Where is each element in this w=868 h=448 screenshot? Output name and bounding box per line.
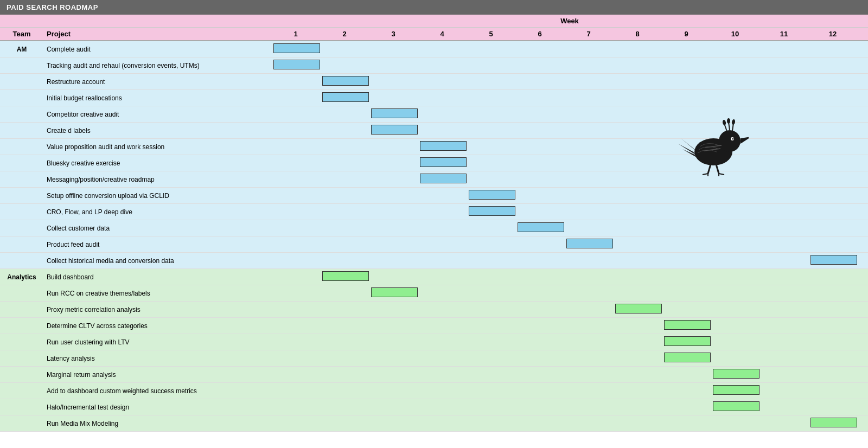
analytics-team-label: Analytics — [0, 271, 43, 283]
week-7-header: 7 — [564, 28, 613, 40]
gantt-bar — [371, 287, 418, 297]
gantt-bar — [420, 174, 467, 183]
gantt-bar — [273, 43, 320, 53]
table-row: Halo/Incremental test design — [0, 399, 868, 415]
project-name: Competitor creative audit — [43, 108, 271, 120]
project-name: Run Media Mix Modeling — [43, 418, 271, 430]
gantt-bar — [713, 401, 760, 411]
week-12-header: 12 — [808, 28, 857, 40]
week-label: Week — [271, 15, 868, 27]
table-row: CRO, Flow, and LP deep dive — [0, 204, 868, 220]
table-row: Restructure account — [0, 74, 868, 90]
gantt-bar — [713, 385, 760, 395]
table-row: Run Media Mix Modeling — [0, 415, 868, 432]
gantt-container: PAID SEARCH ROADMAP Week Team Project 1 … — [0, 0, 868, 432]
project-name: CRO, Flow, and LP deep dive — [43, 206, 271, 218]
project-name: Build dashboard — [43, 271, 271, 283]
gantt-bar — [664, 336, 711, 346]
table-row: Value proposition audit and work session — [0, 139, 868, 155]
project-name: Initial budget reallocations — [43, 92, 271, 104]
week-5-header: 5 — [467, 28, 515, 40]
gantt-bar — [322, 271, 369, 281]
project-name: Messaging/position/creative roadmap — [43, 174, 271, 185]
week-6-header: 6 — [515, 28, 564, 40]
project-name: Bluesky creative exercise — [43, 157, 271, 169]
analytics-section: Analytics Build dashboard Run RCC on cre… — [0, 269, 868, 432]
table-row: Marginal return analysis — [0, 367, 868, 383]
project-name: Halo/Incremental test design — [43, 401, 271, 413]
table-row: Competitor creative audit — [0, 106, 868, 123]
am-section: AM Complete audit Tracking audit and reh… — [0, 41, 868, 269]
project-name: Determine CLTV across categories — [43, 320, 271, 332]
week-9-header: 9 — [662, 28, 711, 40]
week-1-header: 1 — [271, 28, 320, 40]
table-row: Determine CLTV across categories — [0, 318, 868, 334]
table-row: Product feed audit — [0, 236, 868, 253]
project-name: Run RCC on creative themes/labels — [43, 287, 271, 299]
week-cell-1 — [271, 41, 320, 57]
table-row: Setup offline conversion upload via GCLI… — [0, 188, 868, 204]
table-row: Tracking audit and rehaul (conversion ev… — [0, 57, 868, 74]
table-row: Bluesky creative exercise — [0, 155, 868, 171]
table-row: AM Complete audit — [0, 41, 868, 57]
project-name: Product feed audit — [43, 239, 271, 251]
am-team-label: AM — [0, 43, 43, 55]
project-name: Value proposition audit and work session — [43, 141, 271, 153]
project-name: Latency analysis — [43, 353, 271, 364]
week-label-row: Week — [0, 15, 868, 28]
table-row: Create d labels — [0, 123, 868, 139]
table-row: Latency analysis — [0, 350, 868, 367]
gantt-bar — [664, 353, 711, 362]
table-row: Run user clustering with LTV — [0, 334, 868, 350]
gantt-bar — [322, 76, 369, 86]
table-row: Collect historical media and conversion … — [0, 253, 868, 269]
table-row: Add to dashboard custom weighted success… — [0, 383, 868, 399]
gantt-bar — [615, 304, 662, 313]
gantt-bar — [322, 92, 369, 102]
gantt-bar — [371, 108, 418, 118]
gantt-bar — [518, 222, 564, 232]
project-name: Collect customer data — [43, 222, 271, 234]
week-8-header: 8 — [613, 28, 662, 40]
project-name: Proxy metric correlation analysis — [43, 304, 271, 316]
table-row: Messaging/position/creative roadmap — [0, 171, 868, 188]
week-3-header: 3 — [369, 28, 418, 40]
project-name: Complete audit — [43, 43, 271, 55]
gantt-bar — [420, 141, 467, 151]
project-name: Setup offline conversion upload via GCLI… — [43, 190, 271, 202]
am-team-spacer — [0, 63, 43, 68]
week-10-header: 10 — [711, 28, 760, 40]
gantt-bar — [371, 125, 418, 135]
week-2-header: 2 — [320, 28, 369, 40]
table-row: Initial budget reallocations — [0, 90, 868, 106]
project-name: Create d labels — [43, 125, 271, 137]
table-row: Proxy metric correlation analysis — [0, 302, 868, 318]
table-row: Collect customer data — [0, 220, 868, 236]
project-name: Marginal return analysis — [43, 369, 271, 381]
project-name: Add to dashboard custom weighted success… — [43, 385, 271, 397]
week-4-header: 4 — [418, 28, 467, 40]
week-spacer-team — [0, 19, 43, 23]
project-header: Project — [43, 28, 271, 40]
gantt-bar — [810, 255, 857, 265]
week-11-header: 11 — [760, 28, 808, 40]
gantt-bar — [469, 206, 515, 216]
table-row: Analytics Build dashboard — [0, 269, 868, 285]
table-row: Run RCC on creative themes/labels — [0, 285, 868, 302]
project-name: Collect historical media and conversion … — [43, 255, 271, 267]
gantt-bar — [664, 320, 711, 330]
project-name: Restructure account — [43, 76, 271, 88]
week-spacer-project — [43, 19, 271, 23]
project-name: Run user clustering with LTV — [43, 336, 271, 348]
project-name: Tracking audit and rehaul (conversion ev… — [43, 60, 271, 72]
gantt-bar — [420, 157, 467, 167]
page-title: PAID SEARCH ROADMAP — [0, 0, 868, 15]
column-header-row: Team Project 1 2 3 4 5 6 7 8 9 10 11 12 — [0, 28, 868, 41]
gantt-bar — [713, 369, 760, 379]
team-header: Team — [0, 28, 43, 40]
gantt-bar — [469, 190, 515, 200]
gantt-bar — [566, 239, 613, 248]
gantt-bar — [273, 60, 320, 69]
gantt-bar — [810, 418, 857, 427]
